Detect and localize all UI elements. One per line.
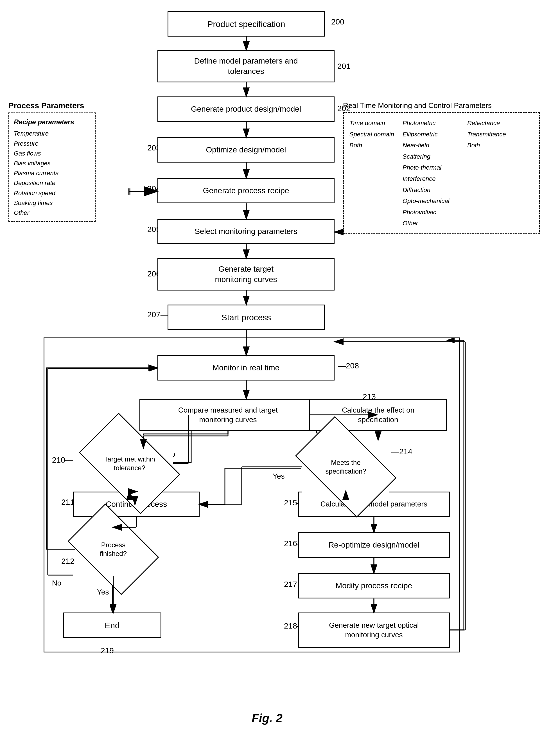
diagram-container: 200 201 202 203— 204— 205— 206— 207— —20…: [0, 0, 560, 724]
box-define-model: Define model parameters andtolerances: [157, 50, 335, 82]
box-select-monitoring: Select monitoring parameters: [157, 219, 335, 244]
box-gen-new-curves: Generate new target opticalmonitoring cu…: [298, 613, 450, 648]
diamond-target-tolerance: Target met withintolerance?: [86, 435, 173, 492]
box-generate-product-design: Generate product design/model: [157, 97, 335, 122]
box-compare-curves: Compare measured and targetmonitoring cu…: [139, 399, 317, 431]
box-start-process: Start process: [167, 304, 325, 330]
recipe-params-subtitle: Recipe parameters: [14, 117, 90, 127]
process-params-title: Process Parameters: [8, 101, 96, 110]
diamond-process-finished: Processfinished?: [75, 522, 151, 576]
box-monitor-realtime: Monitor in real time: [157, 355, 335, 380]
box-modify-recipe: Modify process recipe: [298, 573, 450, 598]
box-generate-target-curves: Generate targetmonitoring curves: [157, 258, 335, 291]
rt-params-section: Real Time Monitoring and Control Paramet…: [343, 101, 545, 234]
step-207: 207—: [147, 310, 168, 319]
rt-col1: Time domain Spectral domain Both: [349, 118, 394, 229]
diamond-meets-spec: Meets thespecification?: [302, 439, 389, 495]
rt-col2: Photometric Ellipsometric Near-field Sca…: [403, 118, 459, 229]
box-generate-process-recipe: Generate process recipe: [157, 178, 335, 203]
box-reoptimize: Re-optimize design/model: [298, 532, 450, 558]
rt-col3: Reflectance Transmittance Both: [467, 118, 506, 229]
box-optimize-design: Optimize design/model: [157, 137, 335, 162]
step-200: 200: [331, 17, 344, 26]
box-end: End: [63, 613, 161, 638]
process-params-panel: Recipe parameters Temperature Pressure G…: [8, 113, 96, 222]
process-params-section: Process Parameters Recipe parameters Tem…: [8, 101, 96, 222]
rt-params-panel: Time domain Spectral domain Both Photome…: [343, 112, 540, 234]
fig-label: Fig. 2: [211, 712, 323, 725]
box-product-specification: Product specification: [167, 11, 325, 37]
rt-params-title: Real Time Monitoring and Control Paramet…: [343, 101, 545, 110]
step-201: 201: [337, 62, 351, 71]
